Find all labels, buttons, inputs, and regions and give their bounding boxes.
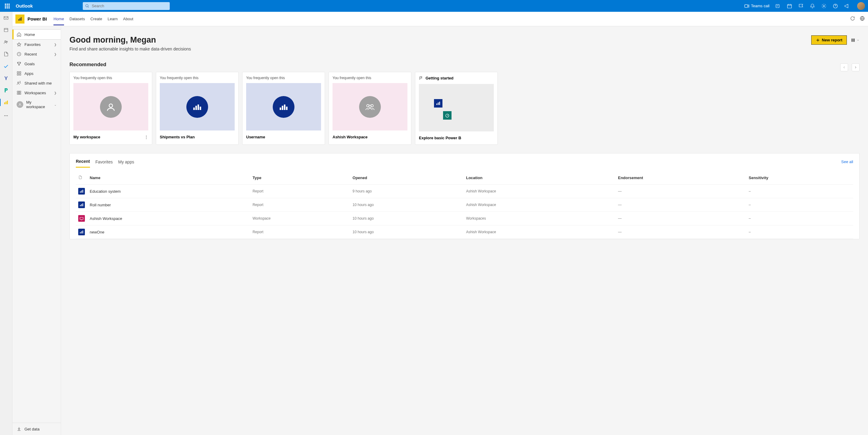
- content-tab-my-apps[interactable]: My apps: [118, 159, 134, 167]
- svg-rect-52: [81, 191, 82, 193]
- row-endorsement: —: [616, 212, 746, 225]
- get-data-button[interactable]: Get data: [12, 423, 61, 435]
- table-row[interactable]: Roll numberReport10 hours agoAshish Work…: [76, 198, 853, 212]
- powerbi-logo: [16, 14, 25, 24]
- column-header[interactable]: [76, 171, 87, 185]
- table-row[interactable]: Ashish WorkspaceWorkspace10 hours agoWor…: [76, 212, 853, 225]
- pbi-tab-about[interactable]: About: [123, 12, 133, 25]
- people-rail-icon[interactable]: [3, 39, 9, 45]
- recommended-card[interactable]: You frequently open thisShipments vs Pla…: [156, 72, 239, 145]
- row-sensitivity: –: [746, 212, 853, 225]
- column-header[interactable]: Endorsement: [616, 171, 746, 185]
- yammer-rail-icon[interactable]: [3, 75, 9, 81]
- column-header[interactable]: Opened: [350, 171, 464, 185]
- sidebar-item-goals[interactable]: Goals: [12, 59, 61, 69]
- sidebar-item-label: Favorites: [25, 42, 40, 47]
- powerbi-rail-icon[interactable]: [3, 99, 9, 105]
- svg-point-9: [5, 41, 6, 42]
- search-input[interactable]: [92, 4, 167, 8]
- svg-rect-41: [282, 106, 283, 110]
- sidebar-item-recent[interactable]: Recent❯: [12, 49, 61, 59]
- mail-icon[interactable]: [3, 15, 9, 21]
- sidebar-item-label: Goals: [25, 62, 35, 66]
- recommended-card[interactable]: You frequently open thisUsername: [242, 72, 325, 145]
- megaphone-icon[interactable]: [844, 3, 850, 9]
- pbi-tab-learn[interactable]: Learn: [107, 12, 118, 25]
- row-sensitivity: –: [746, 198, 853, 212]
- powerbi-nav-tabs: HomeDatasetsCreateLearnAbout: [54, 12, 133, 25]
- globe-icon[interactable]: [860, 16, 865, 22]
- svg-rect-59: [81, 231, 82, 234]
- powerbi-header: Power BI HomeDatasetsCreateLearnAbout: [12, 12, 868, 26]
- pbi-tab-create[interactable]: Create: [90, 12, 102, 25]
- bookings-rail-icon[interactable]: [3, 87, 9, 93]
- recommended-card[interactable]: You frequently open thisAshish Workspace: [329, 72, 411, 145]
- outlook-app-rail: [0, 12, 12, 435]
- notifications-icon[interactable]: [809, 3, 815, 9]
- svg-rect-54: [80, 205, 81, 206]
- sidebar-item-favorites[interactable]: Favorites❯: [12, 39, 61, 49]
- sidebar-item-label: Apps: [25, 71, 33, 76]
- card-thumbnail: [419, 84, 494, 131]
- bars-icon: [273, 96, 294, 118]
- scroll-left-button[interactable]: [840, 63, 848, 71]
- getting-started-label: Getting started: [426, 76, 453, 80]
- more-apps-icon[interactable]: [3, 113, 9, 119]
- recommended-card[interactable]: Getting startedExplore basic Power B: [415, 72, 498, 145]
- card-more-icon[interactable]: ⋮: [144, 135, 148, 139]
- help-icon[interactable]: [832, 3, 838, 9]
- calendar-icon[interactable]: [786, 3, 793, 9]
- svg-point-26: [18, 82, 19, 83]
- user-icon: [100, 96, 122, 118]
- pbi-tab-home[interactable]: Home: [54, 12, 64, 25]
- svg-rect-36: [193, 107, 195, 110]
- settings-icon[interactable]: [821, 3, 827, 9]
- search-box[interactable]: [83, 2, 170, 10]
- content-tab-recent[interactable]: Recent: [76, 159, 90, 168]
- row-location: Ashish Workspace: [464, 225, 616, 239]
- chevron-right-icon: ❯: [54, 43, 57, 46]
- card-label: You frequently open this: [243, 72, 325, 83]
- card-title: Username: [246, 135, 265, 139]
- sidebar-item-label: Workspaces: [25, 91, 46, 95]
- new-report-button[interactable]: New report: [811, 35, 847, 45]
- app-name[interactable]: Outlook: [16, 3, 33, 8]
- sidebar-item-my-workspace[interactable]: My workspace⌄: [12, 98, 61, 112]
- pbi-tab-datasets[interactable]: Datasets: [69, 12, 85, 25]
- sidebar-item-apps[interactable]: Apps: [12, 69, 61, 78]
- table-row[interactable]: Education systemReport9 hours agoAshish …: [76, 185, 853, 198]
- todo-rail-icon[interactable]: [3, 63, 9, 69]
- content-tab-favorites[interactable]: Favorites: [95, 159, 113, 167]
- files-rail-icon[interactable]: [3, 51, 9, 57]
- app-launcher-icon[interactable]: [3, 2, 11, 10]
- sidebar-item-shared-with-me[interactable]: Shared with me: [12, 78, 61, 88]
- recommended-card[interactable]: You frequently open thisMy workspace⋮: [69, 72, 152, 145]
- svg-rect-40: [280, 107, 281, 110]
- column-header[interactable]: Name: [87, 171, 250, 185]
- teams-call-label: Teams call: [751, 4, 770, 8]
- svg-rect-49: [439, 102, 440, 105]
- outlook-header: Outlook Teams call: [0, 0, 868, 12]
- calendar-rail-icon[interactable]: [3, 27, 9, 33]
- user-avatar[interactable]: [857, 2, 865, 10]
- clock-icon: [17, 52, 22, 57]
- column-header[interactable]: Sensitivity: [746, 171, 853, 185]
- table-row[interactable]: newOneReport10 hours agoAshish Workspace…: [76, 225, 853, 239]
- see-all-link[interactable]: See all: [841, 159, 853, 167]
- svg-rect-25: [19, 74, 21, 75]
- meet-now-icon[interactable]: [775, 3, 781, 9]
- column-header[interactable]: Location: [464, 171, 616, 185]
- sidebar-item-home[interactable]: Home: [12, 29, 61, 39]
- refresh-icon[interactable]: [850, 16, 855, 22]
- layout-toggle[interactable]: [851, 38, 860, 42]
- tips-icon[interactable]: [798, 3, 804, 9]
- sidebar-item-workspaces[interactable]: Workspaces❯: [12, 88, 61, 98]
- scroll-right-button[interactable]: [852, 63, 860, 71]
- get-data-label: Get data: [25, 427, 39, 431]
- column-header[interactable]: Type: [250, 171, 350, 185]
- svg-rect-18: [20, 18, 21, 21]
- powerbi-sidebar: HomeFavorites❯Recent❯GoalsAppsShared wit…: [12, 26, 61, 435]
- teams-call-button[interactable]: Teams call: [744, 4, 770, 8]
- svg-point-16: [7, 115, 8, 116]
- row-type: Report: [250, 225, 350, 239]
